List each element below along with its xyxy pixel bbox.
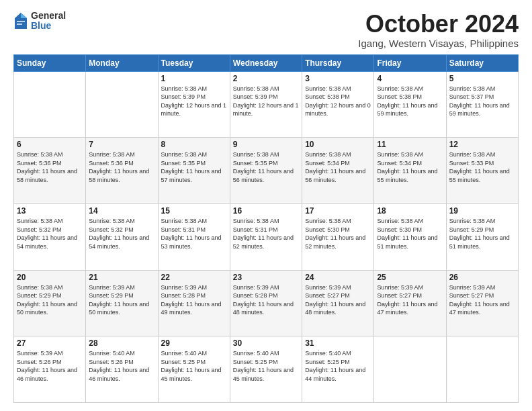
col-thursday: Thursday bbox=[302, 54, 374, 71]
day-number: 28 bbox=[89, 338, 154, 348]
day-info: Sunrise: 5:38 AM Sunset: 5:34 PM Dayligh… bbox=[377, 150, 443, 184]
page: General Blue October 2024 Igang, Western… bbox=[0, 0, 532, 411]
day-number: 1 bbox=[161, 74, 227, 83]
col-wednesday: Wednesday bbox=[230, 54, 302, 71]
title-block: October 2024 Igang, Western Visayas, Phi… bbox=[358, 11, 519, 49]
table-row: 17Sunrise: 5:38 AM Sunset: 5:30 PM Dayli… bbox=[302, 203, 374, 270]
table-row: 12Sunrise: 5:38 AM Sunset: 5:33 PM Dayli… bbox=[446, 138, 518, 204]
day-info: Sunrise: 5:38 AM Sunset: 5:30 PM Dayligh… bbox=[305, 217, 371, 250]
calendar-week-row: 20Sunrise: 5:38 AM Sunset: 5:29 PM Dayli… bbox=[14, 270, 519, 336]
col-friday: Friday bbox=[374, 54, 446, 71]
table-row: 21Sunrise: 5:39 AM Sunset: 5:29 PM Dayli… bbox=[86, 270, 158, 336]
table-row: 1Sunrise: 5:38 AM Sunset: 5:39 PM Daylig… bbox=[158, 71, 230, 138]
day-info: Sunrise: 5:38 AM Sunset: 5:38 PM Dayligh… bbox=[377, 85, 443, 118]
day-number: 9 bbox=[233, 140, 299, 149]
day-info: Sunrise: 5:39 AM Sunset: 5:29 PM Dayligh… bbox=[89, 283, 154, 317]
day-number: 14 bbox=[89, 206, 154, 216]
table-row: 7Sunrise: 5:38 AM Sunset: 5:36 PM Daylig… bbox=[86, 138, 158, 204]
logo: General Blue bbox=[13, 11, 66, 32]
table-row: 15Sunrise: 5:38 AM Sunset: 5:31 PM Dayli… bbox=[158, 203, 230, 270]
day-number: 2 bbox=[233, 74, 299, 83]
table-row: 26Sunrise: 5:39 AM Sunset: 5:27 PM Dayli… bbox=[446, 270, 518, 336]
logo-blue-label: Blue bbox=[31, 21, 66, 31]
day-number: 7 bbox=[89, 140, 154, 149]
day-info: Sunrise: 5:40 AM Sunset: 5:26 PM Dayligh… bbox=[89, 349, 154, 383]
table-row bbox=[446, 336, 518, 403]
day-info: Sunrise: 5:38 AM Sunset: 5:39 PM Dayligh… bbox=[233, 85, 299, 118]
day-info: Sunrise: 5:38 AM Sunset: 5:30 PM Dayligh… bbox=[377, 217, 443, 250]
svg-rect-2 bbox=[17, 21, 25, 22]
calendar-week-row: 27Sunrise: 5:39 AM Sunset: 5:26 PM Dayli… bbox=[14, 336, 519, 403]
table-row: 4Sunrise: 5:38 AM Sunset: 5:38 PM Daylig… bbox=[374, 71, 446, 138]
header: General Blue October 2024 Igang, Western… bbox=[13, 11, 519, 49]
day-number: 15 bbox=[161, 206, 227, 216]
day-info: Sunrise: 5:38 AM Sunset: 5:31 PM Dayligh… bbox=[161, 217, 227, 250]
day-info: Sunrise: 5:38 AM Sunset: 5:35 PM Dayligh… bbox=[161, 150, 227, 184]
day-number: 23 bbox=[233, 273, 299, 282]
table-row bbox=[14, 71, 86, 138]
day-info: Sunrise: 5:39 AM Sunset: 5:28 PM Dayligh… bbox=[161, 283, 227, 317]
day-number: 21 bbox=[89, 273, 154, 282]
table-row: 29Sunrise: 5:40 AM Sunset: 5:25 PM Dayli… bbox=[158, 336, 230, 403]
col-sunday: Sunday bbox=[14, 54, 86, 71]
day-info: Sunrise: 5:38 AM Sunset: 5:32 PM Dayligh… bbox=[17, 217, 83, 250]
table-row: 11Sunrise: 5:38 AM Sunset: 5:34 PM Dayli… bbox=[374, 138, 446, 204]
table-row: 25Sunrise: 5:39 AM Sunset: 5:27 PM Dayli… bbox=[374, 270, 446, 336]
day-info: Sunrise: 5:38 AM Sunset: 5:38 PM Dayligh… bbox=[305, 85, 371, 118]
logo-general-label: General bbox=[31, 11, 66, 21]
day-number: 3 bbox=[305, 74, 371, 83]
col-monday: Monday bbox=[86, 54, 158, 71]
table-row: 13Sunrise: 5:38 AM Sunset: 5:32 PM Dayli… bbox=[14, 203, 86, 270]
calendar-title: October 2024 bbox=[358, 11, 519, 38]
day-number: 29 bbox=[161, 338, 227, 348]
day-info: Sunrise: 5:40 AM Sunset: 5:25 PM Dayligh… bbox=[305, 349, 371, 383]
col-tuesday: Tuesday bbox=[158, 54, 230, 71]
day-number: 19 bbox=[449, 206, 515, 216]
day-number: 22 bbox=[161, 273, 227, 282]
table-row: 18Sunrise: 5:38 AM Sunset: 5:30 PM Dayli… bbox=[374, 203, 446, 270]
day-info: Sunrise: 5:39 AM Sunset: 5:26 PM Dayligh… bbox=[17, 349, 83, 383]
day-info: Sunrise: 5:39 AM Sunset: 5:27 PM Dayligh… bbox=[305, 283, 371, 317]
day-number: 25 bbox=[377, 273, 443, 282]
table-row: 6Sunrise: 5:38 AM Sunset: 5:36 PM Daylig… bbox=[14, 138, 86, 204]
table-row: 10Sunrise: 5:38 AM Sunset: 5:34 PM Dayli… bbox=[302, 138, 374, 204]
day-number: 4 bbox=[377, 74, 443, 83]
svg-rect-3 bbox=[17, 24, 22, 25]
table-row: 28Sunrise: 5:40 AM Sunset: 5:26 PM Dayli… bbox=[86, 336, 158, 403]
table-row: 23Sunrise: 5:39 AM Sunset: 5:28 PM Dayli… bbox=[230, 270, 302, 336]
day-info: Sunrise: 5:39 AM Sunset: 5:27 PM Dayligh… bbox=[449, 283, 515, 317]
table-row: 3Sunrise: 5:38 AM Sunset: 5:38 PM Daylig… bbox=[302, 71, 374, 138]
table-row: 30Sunrise: 5:40 AM Sunset: 5:25 PM Dayli… bbox=[230, 336, 302, 403]
day-info: Sunrise: 5:38 AM Sunset: 5:34 PM Dayligh… bbox=[305, 150, 371, 184]
table-row bbox=[86, 71, 158, 138]
day-info: Sunrise: 5:38 AM Sunset: 5:29 PM Dayligh… bbox=[449, 217, 515, 250]
day-number: 12 bbox=[449, 140, 515, 149]
table-row: 31Sunrise: 5:40 AM Sunset: 5:25 PM Dayli… bbox=[302, 336, 374, 403]
logo-text: General Blue bbox=[31, 11, 66, 32]
day-info: Sunrise: 5:38 AM Sunset: 5:29 PM Dayligh… bbox=[17, 283, 83, 317]
day-number: 10 bbox=[305, 140, 371, 149]
table-row: 16Sunrise: 5:38 AM Sunset: 5:31 PM Dayli… bbox=[230, 203, 302, 270]
table-row: 24Sunrise: 5:39 AM Sunset: 5:27 PM Dayli… bbox=[302, 270, 374, 336]
day-info: Sunrise: 5:39 AM Sunset: 5:27 PM Dayligh… bbox=[377, 283, 443, 317]
day-number: 5 bbox=[449, 74, 515, 83]
day-info: Sunrise: 5:38 AM Sunset: 5:37 PM Dayligh… bbox=[449, 85, 515, 118]
day-number: 6 bbox=[17, 140, 83, 149]
day-info: Sunrise: 5:38 AM Sunset: 5:36 PM Dayligh… bbox=[17, 150, 83, 184]
day-number: 26 bbox=[449, 273, 515, 282]
day-info: Sunrise: 5:38 AM Sunset: 5:33 PM Dayligh… bbox=[449, 150, 515, 184]
day-number: 30 bbox=[233, 338, 299, 348]
day-number: 17 bbox=[305, 206, 371, 216]
table-row: 22Sunrise: 5:39 AM Sunset: 5:28 PM Dayli… bbox=[158, 270, 230, 336]
table-row: 20Sunrise: 5:38 AM Sunset: 5:29 PM Dayli… bbox=[14, 270, 86, 336]
logo-icon bbox=[13, 11, 28, 30]
table-row: 9Sunrise: 5:38 AM Sunset: 5:35 PM Daylig… bbox=[230, 138, 302, 204]
calendar-week-row: 6Sunrise: 5:38 AM Sunset: 5:36 PM Daylig… bbox=[14, 138, 519, 204]
calendar-header-row: Sunday Monday Tuesday Wednesday Thursday… bbox=[14, 54, 519, 71]
table-row: 14Sunrise: 5:38 AM Sunset: 5:32 PM Dayli… bbox=[86, 203, 158, 270]
table-row: 8Sunrise: 5:38 AM Sunset: 5:35 PM Daylig… bbox=[158, 138, 230, 204]
day-info: Sunrise: 5:38 AM Sunset: 5:32 PM Dayligh… bbox=[89, 217, 154, 250]
table-row: 5Sunrise: 5:38 AM Sunset: 5:37 PM Daylig… bbox=[446, 71, 518, 138]
day-info: Sunrise: 5:39 AM Sunset: 5:28 PM Dayligh… bbox=[233, 283, 299, 317]
day-info: Sunrise: 5:38 AM Sunset: 5:35 PM Dayligh… bbox=[233, 150, 299, 184]
